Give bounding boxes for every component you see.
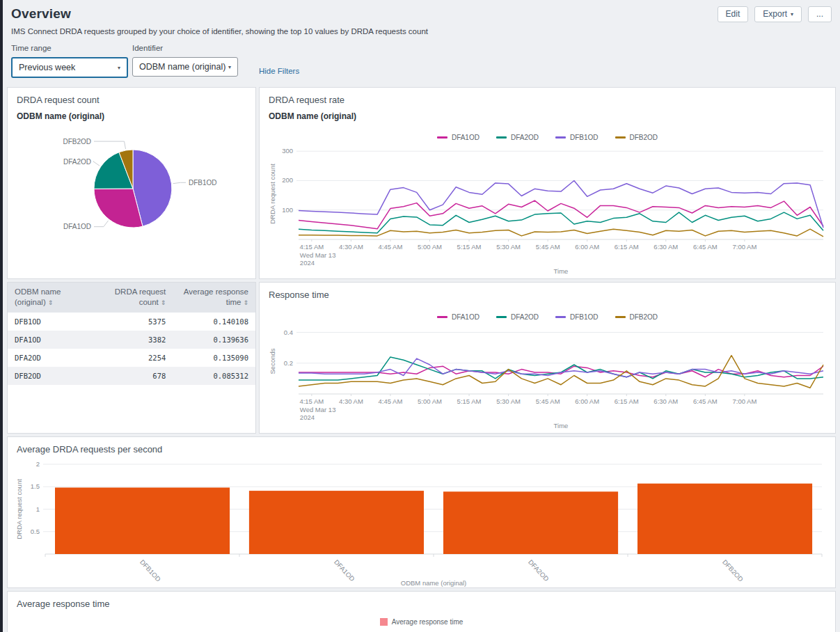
panel-avg-response-time: Average response time Average response t… bbox=[7, 591, 836, 632]
legend-dash-icon bbox=[555, 316, 566, 318]
cell-avg-response-time: 0.135090 bbox=[173, 349, 255, 367]
pie-leader-line bbox=[94, 221, 109, 227]
table-row: DFB2OD6780.085312 bbox=[8, 367, 255, 385]
sort-icon: ⇕ bbox=[243, 299, 248, 306]
column-header-2[interactable]: DRDA request count⇕ bbox=[90, 283, 173, 313]
chevron-down-icon: ▾ bbox=[791, 9, 793, 19]
panel-avg-drda-requests: Average DRDA requests per second 0.511.5… bbox=[7, 436, 836, 588]
column-label: Average response time bbox=[184, 287, 248, 306]
legend-dash-icon bbox=[437, 316, 447, 318]
cell-request-count: 3382 bbox=[90, 331, 173, 349]
svg-text:DRDA request count: DRDA request count bbox=[15, 479, 23, 539]
rate-chart-legend: DFA1ODDFA2ODDFB1ODDFB2OD bbox=[260, 134, 835, 141]
series-DFA2OD bbox=[299, 357, 823, 380]
cell-odbm-name: DFA1OD bbox=[8, 331, 90, 349]
svg-text:6:45 AM: 6:45 AM bbox=[693, 397, 718, 405]
svg-text:4:15 AM: 4:15 AM bbox=[299, 243, 324, 251]
pie-chart: DFB1ODDFA1ODDFA2ODDFB2OD bbox=[13, 128, 251, 276]
svg-text:Wed Mar 13: Wed Mar 13 bbox=[300, 406, 336, 413]
more-button-label: ... bbox=[816, 9, 823, 19]
legend-item-average-response-time[interactable]: Average response time bbox=[380, 618, 463, 626]
panel-title: Average response time bbox=[17, 599, 109, 609]
panel-title: Response time bbox=[269, 290, 329, 300]
rate-line-chart: 1002003004:15 AM4:30 AM4:45 AM5:00 AM5:1… bbox=[267, 146, 829, 276]
legend-item-dfa2od[interactable]: DFA2OD bbox=[496, 313, 539, 321]
legend-dash-icon bbox=[496, 316, 507, 318]
time-range-select[interactable]: Previous week ▾ bbox=[11, 57, 128, 78]
svg-text:2024: 2024 bbox=[300, 259, 315, 267]
cell-request-count: 678 bbox=[90, 367, 173, 385]
svg-text:DFB2OD: DFB2OD bbox=[721, 558, 745, 583]
svg-text:DFB2OD: DFB2OD bbox=[63, 138, 91, 145]
legend-item-dfa2od[interactable]: DFA2OD bbox=[496, 134, 539, 141]
svg-text:5:45 AM: 5:45 AM bbox=[536, 397, 560, 405]
svg-text:4:45 AM: 4:45 AM bbox=[379, 397, 403, 405]
svg-text:Time: Time bbox=[554, 267, 569, 275]
cell-avg-response-time: 0.085312 bbox=[173, 367, 255, 385]
panel-subtitle: ODBM name (original) bbox=[17, 111, 104, 121]
more-button[interactable]: ... bbox=[808, 6, 832, 22]
panel-drda-request-count: DRDA request count ODBM name (original) … bbox=[7, 87, 256, 279]
legend-label: DFA2OD bbox=[511, 313, 539, 321]
legend-item-dfa1od[interactable]: DFA1OD bbox=[437, 313, 480, 321]
bar-DFA2OD bbox=[443, 491, 618, 554]
svg-text:Time: Time bbox=[554, 422, 569, 429]
svg-text:Seconds: Seconds bbox=[269, 348, 276, 374]
svg-text:DRDA request count: DRDA request count bbox=[269, 164, 276, 224]
svg-text:4:45 AM: 4:45 AM bbox=[379, 243, 403, 251]
svg-text:ODBM name (original): ODBM name (original) bbox=[401, 579, 467, 587]
identifier-select[interactable]: ODBM name (original) ▾ bbox=[132, 57, 238, 77]
series-DFB2OD bbox=[299, 356, 823, 388]
export-button[interactable]: Export ▾ bbox=[754, 6, 802, 22]
bar-DFB1OD bbox=[55, 488, 230, 555]
legend-item-dfb1od[interactable]: DFB1OD bbox=[555, 134, 599, 141]
header-buttons: Edit Export ▾ ... bbox=[718, 6, 832, 22]
panel-title: Average DRDA requests per second bbox=[17, 444, 162, 455]
edit-button-label: Edit bbox=[726, 9, 740, 19]
legend-item-dfa1od[interactable]: DFA1OD bbox=[437, 134, 480, 141]
svg-text:4:30 AM: 4:30 AM bbox=[339, 397, 363, 405]
legend-label: Average response time bbox=[392, 618, 463, 626]
svg-text:1.5: 1.5 bbox=[31, 482, 40, 490]
legend-dash-icon bbox=[437, 136, 447, 139]
pie-leader-line bbox=[94, 141, 126, 149]
pie-leader-line bbox=[93, 161, 100, 166]
column-header-3[interactable]: Average response time⇕ bbox=[173, 283, 255, 313]
svg-text:5:30 AM: 5:30 AM bbox=[496, 397, 521, 405]
column-header-1[interactable]: ODBM name (original)⇕ bbox=[8, 283, 90, 313]
legend-item-dfb2od[interactable]: DFB2OD bbox=[615, 313, 658, 321]
time-range-filter: Time range Previous week ▾ bbox=[11, 44, 128, 78]
cell-avg-response-time: 0.139636 bbox=[173, 331, 255, 349]
svg-text:2024: 2024 bbox=[300, 413, 315, 421]
svg-text:6:00 AM: 6:00 AM bbox=[575, 397, 599, 405]
svg-text:4:15 AM: 4:15 AM bbox=[299, 397, 324, 405]
cell-odbm-name: DFA2OD bbox=[8, 349, 90, 367]
cell-request-count: 5375 bbox=[90, 313, 173, 331]
svg-text:DFA2OD: DFA2OD bbox=[527, 558, 550, 583]
legend-label: DFB2OD bbox=[630, 134, 658, 141]
sort-icon: ⇕ bbox=[161, 299, 166, 306]
edit-button[interactable]: Edit bbox=[718, 6, 749, 22]
svg-text:5:15 AM: 5:15 AM bbox=[457, 397, 482, 405]
svg-text:6:45 AM: 6:45 AM bbox=[693, 243, 718, 251]
svg-text:7:00 AM: 7:00 AM bbox=[732, 397, 756, 405]
svg-text:4:30 AM: 4:30 AM bbox=[339, 243, 363, 251]
avg-response-legend: Average response time bbox=[8, 618, 835, 626]
svg-text:0.5: 0.5 bbox=[31, 528, 40, 535]
legend-label: DFB2OD bbox=[630, 313, 658, 321]
dashboard: Overview Edit Export ▾ ... IMS Connect D… bbox=[0, 0, 840, 632]
response-chart-legend: DFA1ODDFA2ODDFB1ODDFB2OD bbox=[260, 313, 835, 321]
svg-text:Wed Mar 13: Wed Mar 13 bbox=[300, 251, 336, 259]
legend-dash-icon bbox=[615, 316, 626, 318]
table-row: DFA2OD22540.135090 bbox=[8, 349, 255, 367]
legend-label: DFA1OD bbox=[452, 134, 480, 141]
panel-data-table: ODBM name (original)⇕DRDA request count⇕… bbox=[7, 282, 256, 434]
svg-text:6:15 AM: 6:15 AM bbox=[615, 243, 639, 251]
legend-item-dfb1od[interactable]: DFB1OD bbox=[555, 313, 599, 321]
bar-chart: 0.511.52DFB1ODDFA1ODDFA2ODDFB2ODODBM nam… bbox=[13, 458, 831, 587]
hide-filters-link[interactable]: Hide Filters bbox=[259, 67, 299, 75]
series-DFA2OD bbox=[299, 212, 823, 233]
panel-response-time: Response time DFA1ODDFA2ODDFB1ODDFB2OD 0… bbox=[259, 282, 836, 434]
legend-dash-icon bbox=[555, 136, 566, 139]
legend-item-dfb2od[interactable]: DFB2OD bbox=[615, 134, 658, 141]
